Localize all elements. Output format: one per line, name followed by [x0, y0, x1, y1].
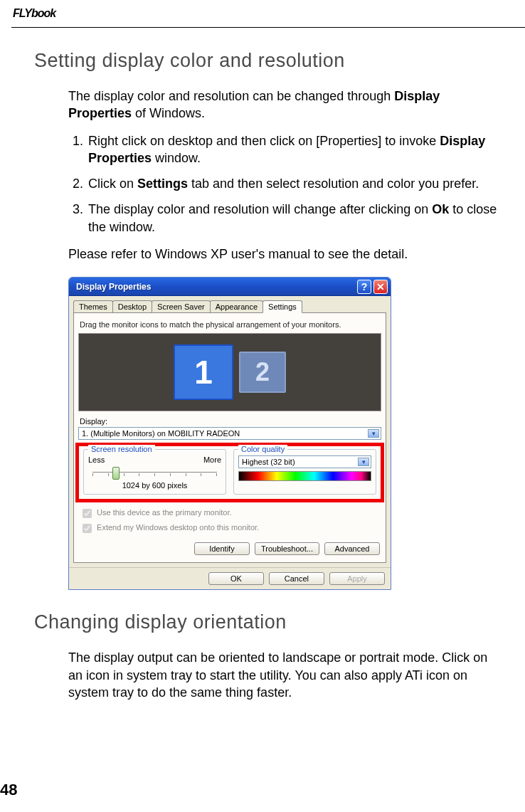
steps-list: Right click on desktop and then click on…	[68, 132, 502, 236]
resolution-legend: Screen resolution	[88, 445, 155, 453]
xp-manual-note: Please refer to Windows XP user's manual…	[68, 246, 502, 263]
tab-strip: Themes Desktop Screen Saver Appearance S…	[69, 296, 391, 312]
close-icon[interactable]: ✕	[373, 280, 388, 294]
settings-panel: Drag the monitor icons to match the phys…	[73, 312, 386, 563]
chevron-down-icon[interactable]: ▾	[358, 458, 369, 466]
extend-desktop-checkbox[interactable]: Extend my Windows desktop onto this moni…	[80, 522, 380, 535]
tab-settings[interactable]: Settings	[262, 300, 302, 313]
color-quality-select[interactable]: Highest (32 bit) ▾	[238, 455, 371, 468]
ok-button[interactable]: OK	[208, 572, 264, 585]
cancel-button[interactable]: Cancel	[269, 572, 324, 585]
color-spectrum-icon	[238, 471, 371, 481]
color-quality-group: Color quality Highest (32 bit) ▾	[233, 449, 376, 495]
tab-screen-saver[interactable]: Screen Saver	[152, 300, 211, 312]
tab-themes[interactable]: Themes	[73, 300, 113, 312]
drag-instruction: Drag the monitor icons to match the phys…	[80, 320, 380, 329]
header-rule	[11, 27, 525, 28]
checkbox-icon[interactable]	[83, 509, 92, 518]
identify-button[interactable]: Identify	[194, 542, 250, 555]
display-select[interactable]: 1. (Multiple Monitors) on MOBILITY RADEO…	[78, 427, 381, 440]
display-label: Display:	[80, 417, 380, 426]
help-icon[interactable]: ?	[357, 280, 371, 294]
screen-resolution-group: Screen resolution Less More 1024 by 600 …	[83, 449, 226, 495]
resolution-slider[interactable]	[92, 467, 217, 478]
step-2: Click on Settings tab and then select re…	[87, 175, 502, 192]
resolution-less-label: Less	[88, 455, 105, 464]
primary-monitor-checkbox[interactable]: Use this device as the primary monitor.	[80, 507, 380, 520]
apply-button[interactable]: Apply	[329, 572, 385, 585]
monitor-2-icon[interactable]: 2	[239, 352, 286, 393]
advanced-button[interactable]: Advanced	[324, 542, 380, 555]
orientation-paragraph: The display output can be oriented to la…	[68, 649, 502, 701]
monitor-1-icon[interactable]: 1	[174, 344, 233, 400]
resolution-current: 1024 by 600 pixels	[88, 481, 221, 490]
highlighted-settings-box: Screen resolution Less More 1024 by 600 …	[75, 443, 384, 502]
tab-appearance[interactable]: Appearance	[210, 300, 263, 312]
step-3: The display color and resolution will ch…	[87, 201, 502, 236]
tab-desktop[interactable]: Desktop	[112, 300, 152, 312]
step-1: Right click on desktop and then click on…	[87, 132, 502, 167]
color-quality-legend: Color quality	[238, 445, 287, 453]
display-select-value: 1. (Multiple Monitors) on MOBILITY RADEO…	[82, 429, 240, 438]
section-heading-display-color: Setting display color and resolution	[34, 50, 502, 72]
slider-thumb-icon[interactable]	[112, 467, 120, 480]
intro-paragraph: The display color and resolution can be …	[68, 88, 502, 122]
dialog-titlebar[interactable]: Display Properties ? ✕	[69, 278, 391, 296]
troubleshoot-button[interactable]: Troubleshoot...	[255, 542, 319, 555]
checkbox-icon[interactable]	[83, 524, 92, 533]
brand-logo: FLYbook	[13, 7, 55, 20]
resolution-more-label: More	[203, 455, 221, 464]
section-heading-orientation: Changing display orientation	[34, 611, 502, 633]
page-number: 48	[0, 781, 17, 799]
dialog-title: Display Properties	[76, 282, 357, 292]
monitor-arrangement[interactable]: 1 2	[78, 333, 381, 411]
display-properties-screenshot: Display Properties ? ✕ Themes Desktop Sc…	[68, 277, 391, 590]
color-quality-value: Highest (32 bit)	[242, 458, 295, 466]
chevron-down-icon[interactable]: ▾	[368, 429, 379, 438]
